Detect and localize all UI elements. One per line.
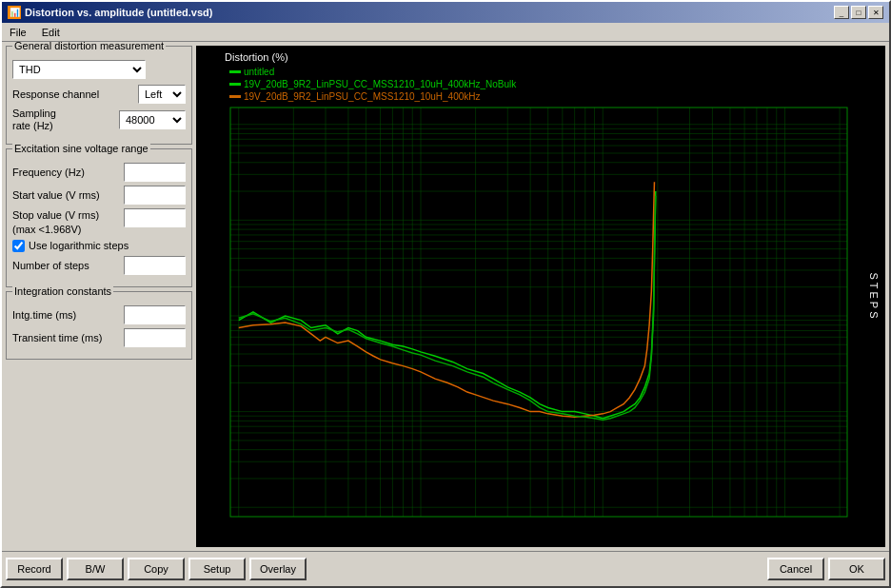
record-button[interactable]: Record [6,558,63,580]
chart-legend: untitled 19V_20dB_9R2_LinPSU_CC_MSS1210_… [229,67,516,102]
log-steps-checkbox[interactable] [12,240,25,252]
bw-button[interactable]: B/W [67,558,124,580]
legend-label-0: untitled [244,67,274,77]
title-bar: 📊 Distortion vs. amplitude (untitled.vsd… [2,2,889,23]
menu-bar: File Edit [2,23,889,42]
bottom-left-buttons: Record B/W Copy Setup Overlay [6,558,307,580]
legend-item-2: 19V_20dB_9R2_LinPSU_CC_MSS1210_10uH_400k… [229,91,516,102]
legend-color-2 [229,95,241,98]
cancel-button[interactable]: Cancel [767,558,824,580]
intg-time-input[interactable]: 550 [124,305,186,324]
title-bar-left: 📊 Distortion vs. amplitude (untitled.vsd… [8,6,212,19]
excitation-group: Excitation sine voltage range Frequency … [6,148,192,287]
stop-value-label: Stop value (V rms)(max <1.968V) [12,208,124,236]
response-channel-select[interactable]: Left Right [138,85,186,104]
overlay-button[interactable]: Overlay [249,558,307,580]
integration-title: Integration constants [12,285,113,297]
num-steps-input[interactable]: 100 [124,256,186,275]
transient-time-label: Transient time (ms) [12,332,124,343]
legend-item-0: untitled [229,67,516,77]
sampling-rate-select[interactable]: 44100 48000 96000 [119,110,186,129]
legend-color-1 [229,83,241,86]
copy-button[interactable]: Copy [128,558,185,580]
ok-button[interactable]: OK [828,558,885,580]
intg-time-label: Intg.time (ms) [12,309,124,321]
steps-label: STEPS [868,272,880,321]
num-steps-label: Number of steps [12,260,124,271]
chart-title: Distortion (%) [225,51,288,63]
setup-button[interactable]: Setup [188,558,246,580]
frequency-label: Frequency (Hz) [12,167,124,178]
main-window: 📊 Distortion vs. amplitude (untitled.vsd… [0,0,891,588]
app-icon: 📊 [8,6,21,19]
thd-select[interactable]: THD THD+N SINAD [12,60,146,79]
minimize-button[interactable]: _ [834,6,849,19]
window-title: Distortion vs. amplitude (untitled.vsd) [25,7,212,18]
main-content: General distortion measurement THD THD+N… [2,42,889,551]
menu-file[interactable]: File [6,26,30,39]
log-steps-label: Use logarithmic steps [29,240,129,251]
frequency-input[interactable]: 1000 [124,163,186,182]
title-buttons: _ □ ✕ [834,6,883,19]
legend-label-1: 19V_20dB_9R2_LinPSU_CC_MSS1210_10uH_400k… [244,79,516,89]
right-panel: Distortion (%) untitled 19V_20dB_9R2_Lin… [196,46,885,547]
left-panel: General distortion measurement THD THD+N… [6,46,192,547]
legend-label-2: 19V_20dB_9R2_LinPSU_CC_MSS1210_10uH_400k… [244,91,481,102]
chart-container: Distortion (%) untitled 19V_20dB_9R2_Lin… [196,46,885,547]
response-channel-label: Response channel [12,88,138,100]
legend-color-0 [229,70,241,73]
stop-value-input[interactable]: 1.9 [124,208,186,227]
sampling-rate-label: Samplingrate (Hz) [12,108,56,132]
start-value-label: Start value (V rms) [12,189,124,201]
bottom-bar: Record B/W Copy Setup Overlay Cancel OK [2,551,889,586]
menu-edit[interactable]: Edit [38,26,64,39]
close-button[interactable]: ✕ [868,6,883,19]
chart-canvas[interactable] [196,46,885,547]
integration-group: Integration constants Intg.time (ms) 550… [6,291,192,360]
legend-item-1: 19V_20dB_9R2_LinPSU_CC_MSS1210_10uH_400k… [229,79,516,89]
general-distortion-title: General distortion measurement [12,42,166,51]
start-value-input[interactable]: 0.001 [124,186,186,205]
bottom-right-buttons: Cancel OK [767,558,885,580]
general-distortion-group: General distortion measurement THD THD+N… [6,46,192,145]
maximize-button[interactable]: □ [851,6,866,19]
transient-time-input[interactable]: 200 [124,328,186,347]
excitation-title: Excitation sine voltage range [12,143,150,154]
